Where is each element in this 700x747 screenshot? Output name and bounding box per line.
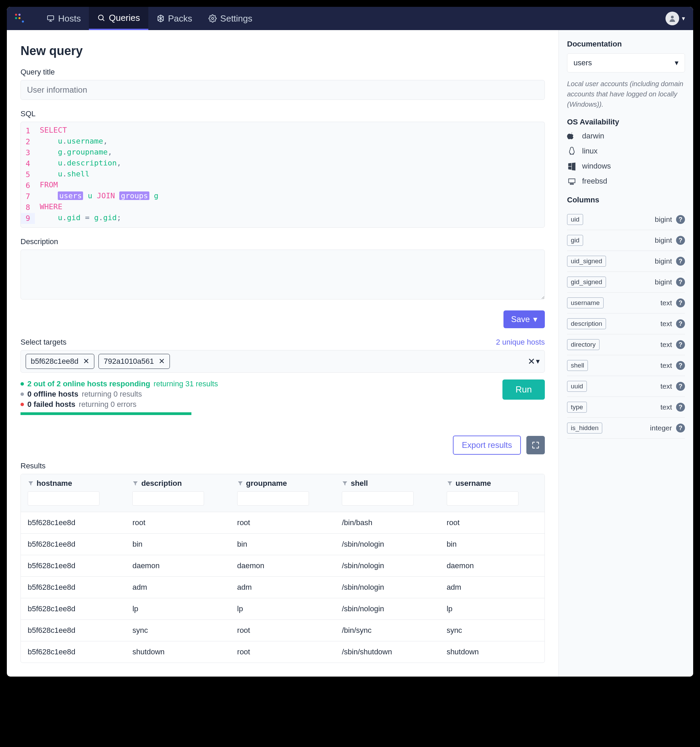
targets-input[interactable]: b5f628c1ee8d✕792a1010a561✕ ✕ ▾ [21, 350, 545, 373]
help-icon[interactable]: ? [676, 236, 685, 245]
nav-packs-label: Packs [168, 13, 192, 24]
freebsd-icon [567, 176, 577, 186]
logo [15, 14, 24, 23]
column-header-hostname[interactable]: hostname [28, 479, 119, 488]
columns-title: Columns [567, 195, 685, 204]
nav-queries[interactable]: Queries [89, 7, 148, 30]
editor-code[interactable]: SELECT u.username, g.groupname, u.descri… [35, 122, 544, 227]
description-label: Description [21, 237, 545, 246]
help-icon[interactable]: ? [676, 257, 685, 266]
chevron-down-icon: ▾ [682, 15, 685, 22]
filter-icon [447, 480, 453, 487]
table-row[interactable]: b5f628c1ee8drootroot/bin/bashroot [21, 512, 544, 534]
column-header-shell[interactable]: shell [342, 479, 433, 488]
help-icon[interactable]: ? [676, 278, 685, 286]
nav-packs[interactable]: Packs [148, 7, 201, 30]
nav-hosts-label: Hosts [58, 13, 81, 24]
column-filter-hostname[interactable] [28, 491, 100, 506]
column-filter-description[interactable] [132, 491, 204, 506]
targets-count: 2 unique hosts [496, 338, 545, 347]
table-row[interactable]: b5f628c1ee8dadmadm/sbin/nologinadm [21, 577, 544, 598]
help-icon[interactable]: ? [676, 382, 685, 391]
svg-line-4 [103, 19, 104, 21]
filter-icon [132, 480, 138, 487]
column-filter-groupname[interactable] [237, 491, 309, 506]
os-linux: linux [567, 146, 685, 156]
results-table: hostname description groupname shell use… [21, 474, 545, 663]
schema-column-type: type text ? [567, 397, 685, 418]
dropdown-value: users [573, 59, 592, 67]
linux-icon [567, 146, 577, 156]
sql-editor[interactable]: 123456789 SELECT u.username, g.groupname… [21, 122, 545, 228]
fullscreen-icon [531, 441, 540, 449]
schema-column-uid_signed: uid_signed bigint ? [567, 251, 685, 272]
remove-chip-icon[interactable]: ✕ [159, 357, 165, 366]
filter-icon [28, 480, 34, 487]
packs-icon [157, 14, 165, 23]
doc-title: Documentation [567, 40, 685, 48]
schema-column-is_hidden: is_hidden integer ? [567, 418, 685, 439]
documentation-sidebar: Documentation users ▾ Local user account… [558, 30, 693, 677]
status-failed: 0 failed hosts returning 0 errors [21, 400, 218, 409]
darwin-icon [567, 131, 577, 141]
svg-point-3 [98, 15, 103, 20]
help-icon[interactable]: ? [676, 319, 685, 328]
export-results-button[interactable]: Export results [453, 435, 521, 455]
user-menu[interactable]: ▾ [665, 12, 685, 25]
help-icon[interactable]: ? [676, 403, 685, 411]
avatar [665, 12, 679, 25]
topbar: Hosts Queries Packs Settings ▾ [7, 7, 693, 30]
schema-column-uid: uid bigint ? [567, 209, 685, 230]
nav-queries-label: Queries [109, 13, 140, 23]
chevron-down-icon[interactable]: ▾ [536, 357, 540, 366]
schema-column-directory: directory text ? [567, 334, 685, 355]
targets-label: Select targets [21, 338, 67, 347]
search-icon [97, 14, 105, 22]
run-button[interactable]: Run [502, 380, 545, 400]
results-label: Results [21, 461, 545, 470]
column-header-username[interactable]: username [447, 479, 538, 488]
help-icon[interactable]: ? [676, 298, 685, 307]
query-title-input[interactable] [21, 80, 545, 100]
svg-point-6 [671, 16, 674, 18]
help-icon[interactable]: ? [676, 423, 685, 432]
chevron-down-icon: ▾ [533, 315, 537, 324]
schema-column-username: username text ? [567, 293, 685, 313]
help-icon[interactable]: ? [676, 361, 685, 370]
table-row[interactable]: b5f628c1ee8ddaemondaemon/sbin/nologindae… [21, 555, 544, 577]
chevron-down-icon: ▾ [675, 59, 679, 67]
status-online: 2 out of 2 online hosts responding retur… [21, 380, 218, 389]
fullscreen-button[interactable] [526, 436, 545, 454]
svg-rect-0 [47, 16, 54, 20]
nav-settings[interactable]: Settings [200, 7, 260, 30]
help-icon[interactable]: ? [676, 340, 685, 349]
column-header-groupname[interactable]: groupname [237, 479, 328, 488]
column-filter-shell[interactable] [342, 491, 414, 506]
table-description: Local user accounts (including domain ac… [567, 79, 685, 109]
description-input[interactable] [21, 250, 545, 299]
remove-chip-icon[interactable]: ✕ [83, 357, 89, 366]
editor-gutter: 123456789 [21, 122, 35, 227]
query-title-label: Query title [21, 68, 545, 77]
save-button[interactable]: Save ▾ [503, 310, 545, 328]
table-row[interactable]: b5f628c1ee8dlplp/sbin/nologinlp [21, 598, 544, 620]
table-row[interactable]: b5f628c1ee8dsyncroot/bin/syncsync [21, 620, 544, 641]
table-row[interactable]: b5f628c1ee8dshutdownroot/sbin/shutdownsh… [21, 641, 544, 662]
gear-icon [209, 14, 217, 23]
table-select-dropdown[interactable]: users ▾ [567, 53, 685, 73]
column-header-description[interactable]: description [132, 479, 223, 488]
page-title: New query [21, 44, 545, 58]
svg-point-5 [212, 17, 214, 20]
os-availability-title: OS Availability [567, 118, 685, 127]
schema-column-gid: gid bigint ? [567, 230, 685, 251]
nav-hosts[interactable]: Hosts [38, 7, 89, 30]
table-row[interactable]: b5f628c1ee8dbinbin/sbin/nologinbin [21, 534, 544, 555]
windows-icon [567, 161, 577, 171]
os-darwin: darwin [567, 131, 685, 141]
save-button-label: Save [511, 315, 530, 324]
column-filter-username[interactable] [447, 491, 519, 506]
clear-targets-icon[interactable]: ✕ [528, 356, 535, 367]
host-icon [47, 14, 55, 23]
schema-column-description: description text ? [567, 313, 685, 334]
help-icon[interactable]: ? [676, 215, 685, 224]
